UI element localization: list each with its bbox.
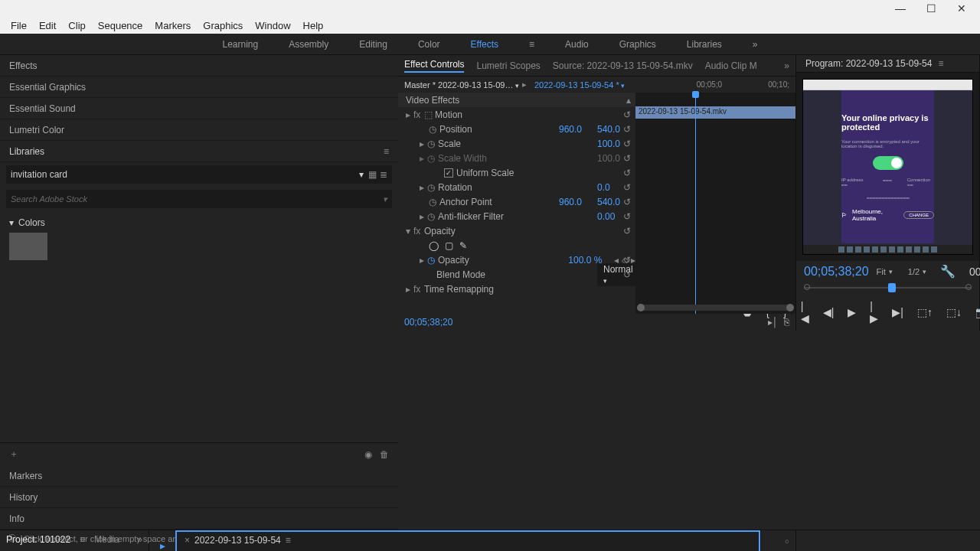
panel-lumetri-color[interactable]: Lumetri Color [0, 119, 398, 141]
ec-play-icon[interactable]: ▸│ [768, 317, 779, 328]
library-select[interactable]: invitation card▾▦≣ [6, 165, 392, 184]
twirl-icon[interactable]: ▾ [406, 226, 413, 236]
prop-timeremap[interactable]: Time Remapping [424, 284, 635, 295]
ws-editing[interactable]: Editing [344, 39, 403, 50]
twirl-icon[interactable]: ▸ [406, 109, 413, 120]
window-close[interactable]: ✕ [946, 1, 977, 16]
stopwatch-icon[interactable]: ◷ [427, 211, 438, 222]
source-tabs-overflow-icon[interactable]: » [784, 60, 789, 71]
panel-markers[interactable]: Markers [0, 465, 398, 487]
reset-icon[interactable]: ↺ [623, 211, 631, 222]
twirl-icon[interactable]: ▸ [420, 255, 427, 266]
menu-clip[interactable]: Clip [62, 20, 91, 31]
go-to-out-icon[interactable]: ▶| [892, 306, 903, 318]
library-search-input[interactable]: Search Adobe Stock▾ [6, 190, 392, 208]
libraries-menu-icon[interactable]: ≡ [384, 146, 389, 157]
window-minimize[interactable]: — [885, 1, 916, 16]
panel-essential-sound[interactable]: Essential Sound [0, 98, 398, 119]
wrench-icon[interactable]: 🔧 [940, 264, 956, 279]
reset-icon[interactable]: ↺ [623, 139, 631, 149]
mask-ellipse-icon[interactable]: ◯ [429, 240, 439, 251]
position-x[interactable]: 960.0 [559, 124, 597, 135]
tab-source[interactable]: Source: 2022-09-13 15-09-54.mkv [553, 60, 693, 71]
ws-overflow-icon[interactable]: » [737, 39, 773, 50]
ec-loop-icon[interactable]: ⎘ [784, 317, 789, 328]
transform-icon[interactable]: ⬚ [424, 109, 435, 120]
ec-playhead[interactable] [695, 93, 696, 314]
panel-history[interactable]: History [0, 487, 398, 508]
menu-edit[interactable]: Edit [33, 20, 62, 31]
twirl-icon[interactable]: ▸ [406, 284, 413, 295]
anchor-x[interactable]: 960.0 [559, 197, 597, 207]
ws-learning[interactable]: Learning [207, 39, 273, 50]
reset-icon[interactable]: ↺ [623, 124, 631, 135]
ec-master-clip[interactable]: Master * 2022-09-13 15-09… [404, 80, 519, 90]
ec-clip-bar[interactable]: 2022-09-13 15-09-54.mkv [635, 106, 795, 119]
ws-effects[interactable]: Effects [456, 39, 514, 50]
export-frame-icon[interactable]: 📷 [975, 306, 980, 318]
lib-add-icon[interactable]: ＋ [9, 448, 18, 461]
uniform-scale-checkbox[interactable] [444, 168, 453, 178]
prop-motion[interactable]: Motion [435, 109, 635, 120]
tab-lumetri-scopes[interactable]: Lumetri Scopes [476, 60, 540, 71]
menu-file[interactable]: File [5, 20, 33, 31]
tab-effect-controls[interactable]: Effect Controls [404, 59, 464, 73]
reset-icon[interactable]: ↺ [623, 109, 631, 120]
reset-icon[interactable]: ↺ [623, 269, 631, 280]
menu-help[interactable]: Help [297, 20, 330, 31]
ec-collapse-icon[interactable]: ▴ [626, 95, 631, 106]
timeline-tab[interactable]: 2022-09-13 15-09-54 [194, 535, 281, 546]
reset-icon[interactable]: ↺ [623, 168, 631, 178]
ws-audio[interactable]: Audio [550, 39, 604, 50]
stopwatch-icon[interactable]: ◷ [427, 255, 438, 266]
color-swatch[interactable] [9, 233, 47, 260]
step-back-icon[interactable]: ◀| [823, 306, 835, 318]
go-to-in-icon[interactable]: |◀ [801, 300, 809, 324]
ws-assembly[interactable]: Assembly [273, 39, 344, 50]
tab-audio-clip[interactable]: Audio Clip M [705, 60, 757, 71]
prop-opacity-hdr[interactable]: Opacity [424, 226, 635, 236]
ws-effects-menu-icon[interactable]: ≡ [514, 39, 550, 50]
reset-icon[interactable]: ↺ [623, 153, 631, 164]
timeline-tab-menu-icon[interactable]: ≡ [286, 535, 291, 546]
menu-window[interactable]: Window [249, 20, 296, 31]
fx-icon[interactable]: fx [413, 109, 424, 120]
stopwatch-icon[interactable]: ◷ [427, 139, 438, 149]
reset-icon[interactable]: ↺ [623, 182, 631, 193]
reset-icon[interactable]: ↺ [623, 197, 631, 207]
mask-rect-icon[interactable]: ▢ [445, 240, 453, 251]
lib-grid-icon[interactable]: ▦ [368, 169, 377, 180]
ec-mini-timeline[interactable]: 2022-09-13 15-09-54.mkv [635, 93, 795, 314]
ec-zoom-scrollbar[interactable] [639, 305, 792, 311]
ws-graphics[interactable]: Graphics [604, 39, 671, 50]
panel-essential-graphics[interactable]: Essential Graphics [0, 77, 398, 98]
fx-icon[interactable]: fx [413, 226, 424, 236]
program-monitor-view[interactable]: Your online privacy is protected Your co… [796, 73, 979, 261]
ec-sequence-clip[interactable]: 2022-09-13 15-09-54 * [534, 80, 625, 90]
menu-graphics[interactable]: Graphics [197, 20, 249, 31]
stopwatch-icon[interactable]: ◷ [429, 197, 439, 207]
twirl-icon[interactable]: ▾ [9, 217, 14, 228]
play-icon[interactable]: ▶ [848, 306, 856, 318]
fx-icon[interactable]: fx [413, 284, 424, 295]
program-tab-menu-icon[interactable]: ≡ [938, 58, 943, 69]
twirl-icon[interactable]: ▸ [420, 211, 427, 222]
ws-libraries[interactable]: Libraries [671, 39, 737, 50]
panel-libraries[interactable]: Libraries≡ [0, 141, 398, 162]
stopwatch-icon[interactable]: ◷ [429, 124, 439, 135]
lift-icon[interactable]: ⬚↑ [917, 306, 933, 318]
panel-effects[interactable]: Effects [0, 55, 398, 77]
ec-current-time[interactable]: 00;05;38;20 [404, 317, 452, 328]
lib-sync-icon[interactable]: ◉ [364, 449, 372, 460]
program-playhead[interactable] [888, 283, 896, 292]
reset-icon[interactable]: ↺ [623, 226, 631, 236]
step-fwd-icon[interactable]: |▶ [870, 300, 878, 324]
program-current-time[interactable]: 00;05;38;20 [804, 265, 869, 279]
twirl-icon[interactable]: ▸ [420, 139, 427, 149]
program-scrubber[interactable] [804, 282, 972, 294]
mask-pen-icon[interactable]: ✎ [459, 240, 467, 251]
lib-list-icon[interactable]: ≣ [380, 169, 387, 180]
program-resolution-select[interactable]: 1/2 [908, 267, 926, 276]
ws-color[interactable]: Color [403, 39, 456, 50]
twirl-icon[interactable]: ▸ [420, 182, 427, 193]
